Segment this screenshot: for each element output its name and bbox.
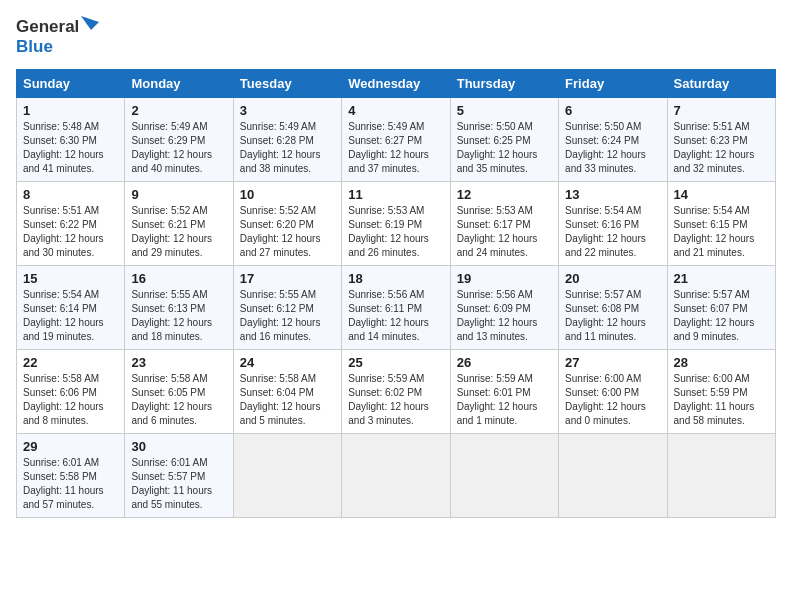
col-header-sunday: Sunday xyxy=(17,69,125,97)
logo-container: General Blue xyxy=(16,16,99,57)
logo-bird-icon xyxy=(81,16,99,38)
day-info: Sunrise: 5:58 AM Sunset: 6:04 PM Dayligh… xyxy=(240,372,335,428)
calendar-day-24: 24Sunrise: 5:58 AM Sunset: 6:04 PM Dayli… xyxy=(233,349,341,433)
logo: General Blue xyxy=(16,16,99,57)
calendar-day-6: 6Sunrise: 5:50 AM Sunset: 6:24 PM Daylig… xyxy=(559,97,667,181)
calendar-day-30: 30Sunrise: 6:01 AM Sunset: 5:57 PM Dayli… xyxy=(125,433,233,517)
calendar-day-9: 9Sunrise: 5:52 AM Sunset: 6:21 PM Daylig… xyxy=(125,181,233,265)
calendar-day-20: 20Sunrise: 5:57 AM Sunset: 6:08 PM Dayli… xyxy=(559,265,667,349)
calendar-day-18: 18Sunrise: 5:56 AM Sunset: 6:11 PM Dayli… xyxy=(342,265,450,349)
col-header-friday: Friday xyxy=(559,69,667,97)
day-info: Sunrise: 5:54 AM Sunset: 6:15 PM Dayligh… xyxy=(674,204,769,260)
calendar-day-26: 26Sunrise: 5:59 AM Sunset: 6:01 PM Dayli… xyxy=(450,349,558,433)
day-info: Sunrise: 5:58 AM Sunset: 6:05 PM Dayligh… xyxy=(131,372,226,428)
calendar-day-8: 8Sunrise: 5:51 AM Sunset: 6:22 PM Daylig… xyxy=(17,181,125,265)
calendar-day-15: 15Sunrise: 5:54 AM Sunset: 6:14 PM Dayli… xyxy=(17,265,125,349)
calendar-day-25: 25Sunrise: 5:59 AM Sunset: 6:02 PM Dayli… xyxy=(342,349,450,433)
calendar-day-16: 16Sunrise: 5:55 AM Sunset: 6:13 PM Dayli… xyxy=(125,265,233,349)
day-number: 25 xyxy=(348,355,443,370)
day-info: Sunrise: 5:56 AM Sunset: 6:11 PM Dayligh… xyxy=(348,288,443,344)
day-info: Sunrise: 5:54 AM Sunset: 6:14 PM Dayligh… xyxy=(23,288,118,344)
day-info: Sunrise: 5:56 AM Sunset: 6:09 PM Dayligh… xyxy=(457,288,552,344)
day-number: 2 xyxy=(131,103,226,118)
day-number: 9 xyxy=(131,187,226,202)
day-info: Sunrise: 5:57 AM Sunset: 6:08 PM Dayligh… xyxy=(565,288,660,344)
day-info: Sunrise: 5:57 AM Sunset: 6:07 PM Dayligh… xyxy=(674,288,769,344)
day-info: Sunrise: 5:59 AM Sunset: 6:02 PM Dayligh… xyxy=(348,372,443,428)
day-info: Sunrise: 5:54 AM Sunset: 6:16 PM Dayligh… xyxy=(565,204,660,260)
day-number: 16 xyxy=(131,271,226,286)
day-info: Sunrise: 5:51 AM Sunset: 6:23 PM Dayligh… xyxy=(674,120,769,176)
col-header-thursday: Thursday xyxy=(450,69,558,97)
calendar-day-19: 19Sunrise: 5:56 AM Sunset: 6:09 PM Dayli… xyxy=(450,265,558,349)
day-info: Sunrise: 5:59 AM Sunset: 6:01 PM Dayligh… xyxy=(457,372,552,428)
day-number: 17 xyxy=(240,271,335,286)
day-number: 18 xyxy=(348,271,443,286)
day-number: 24 xyxy=(240,355,335,370)
day-number: 7 xyxy=(674,103,769,118)
day-info: Sunrise: 6:01 AM Sunset: 5:57 PM Dayligh… xyxy=(131,456,226,512)
day-number: 22 xyxy=(23,355,118,370)
day-number: 23 xyxy=(131,355,226,370)
day-info: Sunrise: 5:49 AM Sunset: 6:27 PM Dayligh… xyxy=(348,120,443,176)
day-info: Sunrise: 6:01 AM Sunset: 5:58 PM Dayligh… xyxy=(23,456,118,512)
day-number: 13 xyxy=(565,187,660,202)
day-info: Sunrise: 5:50 AM Sunset: 6:25 PM Dayligh… xyxy=(457,120,552,176)
calendar-day-5: 5Sunrise: 5:50 AM Sunset: 6:25 PM Daylig… xyxy=(450,97,558,181)
day-info: Sunrise: 6:00 AM Sunset: 5:59 PM Dayligh… xyxy=(674,372,769,428)
day-info: Sunrise: 5:55 AM Sunset: 6:13 PM Dayligh… xyxy=(131,288,226,344)
svg-marker-0 xyxy=(81,16,99,30)
empty-cell xyxy=(342,433,450,517)
empty-cell xyxy=(450,433,558,517)
day-number: 6 xyxy=(565,103,660,118)
day-number: 1 xyxy=(23,103,118,118)
day-number: 27 xyxy=(565,355,660,370)
calendar-week-3: 15Sunrise: 5:54 AM Sunset: 6:14 PM Dayli… xyxy=(17,265,776,349)
col-header-monday: Monday xyxy=(125,69,233,97)
day-number: 3 xyxy=(240,103,335,118)
calendar-day-2: 2Sunrise: 5:49 AM Sunset: 6:29 PM Daylig… xyxy=(125,97,233,181)
calendar-day-13: 13Sunrise: 5:54 AM Sunset: 6:16 PM Dayli… xyxy=(559,181,667,265)
calendar-day-21: 21Sunrise: 5:57 AM Sunset: 6:07 PM Dayli… xyxy=(667,265,775,349)
day-info: Sunrise: 5:49 AM Sunset: 6:28 PM Dayligh… xyxy=(240,120,335,176)
day-info: Sunrise: 6:00 AM Sunset: 6:00 PM Dayligh… xyxy=(565,372,660,428)
calendar-day-28: 28Sunrise: 6:00 AM Sunset: 5:59 PM Dayli… xyxy=(667,349,775,433)
day-info: Sunrise: 5:53 AM Sunset: 6:19 PM Dayligh… xyxy=(348,204,443,260)
day-number: 21 xyxy=(674,271,769,286)
col-header-wednesday: Wednesday xyxy=(342,69,450,97)
day-number: 10 xyxy=(240,187,335,202)
day-number: 19 xyxy=(457,271,552,286)
day-info: Sunrise: 5:55 AM Sunset: 6:12 PM Dayligh… xyxy=(240,288,335,344)
day-number: 29 xyxy=(23,439,118,454)
day-number: 5 xyxy=(457,103,552,118)
calendar-day-3: 3Sunrise: 5:49 AM Sunset: 6:28 PM Daylig… xyxy=(233,97,341,181)
col-header-tuesday: Tuesday xyxy=(233,69,341,97)
day-number: 28 xyxy=(674,355,769,370)
day-number: 12 xyxy=(457,187,552,202)
empty-cell xyxy=(667,433,775,517)
empty-cell xyxy=(559,433,667,517)
calendar-week-5: 29Sunrise: 6:01 AM Sunset: 5:58 PM Dayli… xyxy=(17,433,776,517)
calendar-day-4: 4Sunrise: 5:49 AM Sunset: 6:27 PM Daylig… xyxy=(342,97,450,181)
calendar-week-2: 8Sunrise: 5:51 AM Sunset: 6:22 PM Daylig… xyxy=(17,181,776,265)
day-info: Sunrise: 5:52 AM Sunset: 6:20 PM Dayligh… xyxy=(240,204,335,260)
calendar-day-7: 7Sunrise: 5:51 AM Sunset: 6:23 PM Daylig… xyxy=(667,97,775,181)
empty-cell xyxy=(233,433,341,517)
calendar-table: SundayMondayTuesdayWednesdayThursdayFrid… xyxy=(16,69,776,518)
logo-general: General xyxy=(16,18,79,37)
day-number: 4 xyxy=(348,103,443,118)
calendar-day-12: 12Sunrise: 5:53 AM Sunset: 6:17 PM Dayli… xyxy=(450,181,558,265)
calendar-day-1: 1Sunrise: 5:48 AM Sunset: 6:30 PM Daylig… xyxy=(17,97,125,181)
day-number: 11 xyxy=(348,187,443,202)
day-number: 30 xyxy=(131,439,226,454)
calendar-day-27: 27Sunrise: 6:00 AM Sunset: 6:00 PM Dayli… xyxy=(559,349,667,433)
logo-blue: Blue xyxy=(16,38,99,57)
calendar-day-11: 11Sunrise: 5:53 AM Sunset: 6:19 PM Dayli… xyxy=(342,181,450,265)
day-info: Sunrise: 5:51 AM Sunset: 6:22 PM Dayligh… xyxy=(23,204,118,260)
calendar-week-1: 1Sunrise: 5:48 AM Sunset: 6:30 PM Daylig… xyxy=(17,97,776,181)
day-info: Sunrise: 5:52 AM Sunset: 6:21 PM Dayligh… xyxy=(131,204,226,260)
col-header-saturday: Saturday xyxy=(667,69,775,97)
day-number: 14 xyxy=(674,187,769,202)
calendar-day-22: 22Sunrise: 5:58 AM Sunset: 6:06 PM Dayli… xyxy=(17,349,125,433)
day-info: Sunrise: 5:58 AM Sunset: 6:06 PM Dayligh… xyxy=(23,372,118,428)
